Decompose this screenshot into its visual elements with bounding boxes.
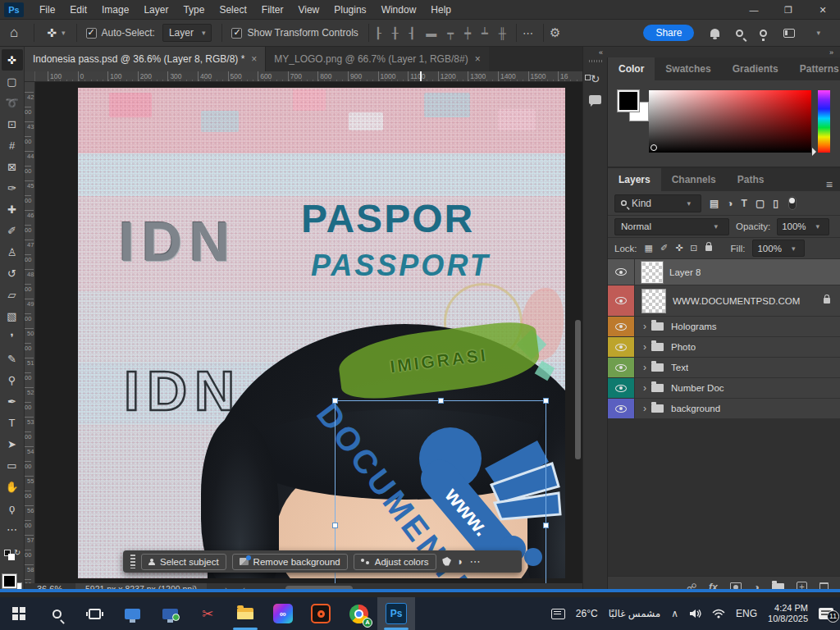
layer-name[interactable]: Layer 8 — [669, 267, 701, 277]
more-options-icon[interactable]: ⋯ — [523, 27, 533, 39]
ruler-corner[interactable] — [25, 71, 35, 82]
auto-select-target-dropdown[interactable]: Layer▾ — [162, 24, 212, 42]
menu-item[interactable]: View — [290, 4, 326, 16]
layer-group-photo[interactable]: › Photo — [608, 337, 840, 358]
layer-row-watermark[interactable]: WWW.DOCUMENTPSD.COM — [608, 285, 840, 317]
tool-button[interactable]: ▭ — [2, 454, 23, 476]
selection-handle[interactable] — [438, 398, 444, 404]
tool-button[interactable]: T — [2, 412, 23, 433]
panel-grip-icon[interactable] — [589, 60, 602, 62]
filter-kind-dropdown[interactable]: Kind▾ — [614, 194, 701, 212]
filter-smart-objects-icon[interactable]: ▯ — [773, 198, 778, 209]
tool-button[interactable]: ▢ — [2, 71, 23, 92]
taskbar-chrome[interactable]: A — [340, 597, 377, 630]
expand-panels-icon[interactable]: » — [829, 48, 840, 57]
menu-item[interactable]: Type — [176, 4, 212, 16]
tool-button[interactable]: # — [2, 135, 23, 156]
collapse-panels-icon[interactable]: « — [583, 48, 608, 57]
visibility-cell[interactable] — [608, 285, 635, 316]
layer-thumbnail[interactable] — [641, 289, 666, 313]
more-options-icon[interactable]: ⋯ — [469, 555, 480, 568]
expand-group-icon[interactable]: › — [643, 362, 646, 373]
filter-toggle-switch[interactable] — [788, 196, 797, 210]
align-button[interactable]: ┨ — [409, 28, 416, 39]
expand-group-icon[interactable]: › — [643, 403, 646, 414]
tool-button[interactable]: ➤ — [2, 433, 23, 454]
default-swap-colors-icon[interactable]: ↻ — [4, 550, 19, 561]
tool-button[interactable]: ⊡ — [2, 113, 23, 135]
tool-button[interactable]: ⚲ — [2, 369, 23, 390]
chevron-down-icon[interactable]: ▾ — [57, 29, 71, 37]
tab-layers[interactable]: Layers — [608, 168, 661, 191]
selection-handle[interactable] — [332, 398, 338, 404]
notifications-bell-icon[interactable] — [710, 29, 719, 37]
tool-button[interactable]: ♙ — [2, 241, 23, 262]
taskbar-photoshop[interactable]: Ps — [377, 597, 415, 630]
home-icon[interactable]: ⌂ — [0, 25, 28, 41]
eye-icon[interactable] — [615, 385, 627, 392]
document-tab-inactive[interactable]: MY_LOGO.png @ 66.7% (Layer 1, RGB/8#) × — [265, 47, 488, 71]
tab-color[interactable]: Color — [608, 57, 655, 80]
history-panel-icon[interactable]: ↻ — [591, 72, 600, 85]
workspace-switcher-icon[interactable] — [783, 29, 795, 38]
tool-button[interactable]: ⋯ — [2, 518, 23, 540]
tool-button[interactable]: ✋ — [2, 476, 23, 497]
opacity-input[interactable]: 100%▾ — [777, 218, 829, 235]
tool-button[interactable]: ✒ — [2, 390, 23, 412]
menu-item[interactable]: Filter — [254, 4, 291, 16]
visibility-cell[interactable] — [608, 259, 635, 285]
tab-patterns[interactable]: Patterns — [789, 57, 840, 80]
notification-center-icon[interactable]: 11 — [819, 608, 833, 619]
eye-icon[interactable] — [615, 405, 627, 413]
visibility-cell[interactable] — [608, 378, 635, 398]
language-indicator[interactable]: ENG — [736, 608, 757, 619]
weather-condition[interactable]: مشمس غالبًا — [609, 608, 661, 619]
close-tab-icon[interactable]: × — [251, 53, 257, 65]
menu-item[interactable]: Plugins — [326, 4, 373, 16]
menu-item[interactable]: File — [32, 4, 62, 16]
tool-button[interactable]: ✜ — [2, 49, 23, 71]
layer-name[interactable]: Holograms — [671, 322, 717, 331]
selection-handle[interactable] — [543, 398, 549, 404]
lock-position-icon[interactable]: ✜ — [675, 243, 682, 253]
document-tab-active[interactable]: Indonesia pass.psd @ 36.6% (Layer 8, RGB… — [25, 47, 265, 71]
show-transform-controls-checkbox[interactable] — [231, 28, 242, 39]
vertical-scrollbar-thumb[interactable] — [575, 320, 581, 459]
tool-button[interactable]: ▱ — [2, 284, 23, 305]
taskbar-remote-pc[interactable] — [151, 597, 189, 630]
filter-pixel-layers-icon[interactable]: ▤ — [710, 198, 719, 209]
selection-handle[interactable] — [332, 523, 338, 528]
share-button[interactable]: Share — [643, 25, 694, 41]
taskbar-file-explorer[interactable] — [226, 597, 264, 630]
layer-group-holograms[interactable]: › Holograms — [608, 317, 840, 337]
horizontal-ruler[interactable]: 1000100200300400500600700800900100011001… — [25, 71, 582, 82]
task-view-button[interactable] — [75, 597, 113, 630]
align-button[interactable]: ┿ — [464, 28, 471, 39]
menu-item[interactable]: Window — [374, 4, 424, 16]
tool-button[interactable]: ▧ — [2, 305, 23, 326]
lock-artboard-icon[interactable]: ⊡ — [690, 243, 697, 253]
eye-icon[interactable] — [615, 297, 627, 304]
widgets-news-icon[interactable] — [551, 609, 565, 619]
align-button[interactable]: ╫ — [499, 28, 506, 39]
menu-item[interactable]: Image — [94, 4, 136, 16]
tab-channels[interactable]: Channels — [661, 168, 727, 191]
discover-lightbulb-icon[interactable] — [760, 30, 767, 37]
align-button[interactable]: ┠ — [375, 28, 381, 39]
drag-grip-icon[interactable] — [130, 555, 135, 568]
remove-background-button[interactable]: Remove background — [232, 554, 348, 570]
layer-name[interactable]: background — [671, 404, 720, 413]
minimize-button[interactable]: — — [737, 5, 771, 15]
layer-name[interactable]: Number Doc — [671, 383, 724, 393]
menu-item[interactable]: Edit — [62, 4, 94, 16]
tool-button[interactable]: ➰ — [2, 92, 23, 113]
adjust-colors-button[interactable]: Adjust colors — [354, 554, 436, 570]
filter-type-layers-icon[interactable]: T — [742, 198, 747, 209]
close-tab-icon[interactable]: × — [475, 53, 481, 65]
taskbar-search-button[interactable] — [38, 597, 75, 630]
expand-group-icon[interactable]: › — [643, 341, 646, 353]
wifi-icon[interactable] — [712, 609, 725, 619]
eye-icon[interactable] — [615, 323, 627, 331]
hidden-icons-chevron[interactable]: ∧ — [671, 608, 678, 619]
tab-swatches[interactable]: Swatches — [655, 57, 721, 80]
